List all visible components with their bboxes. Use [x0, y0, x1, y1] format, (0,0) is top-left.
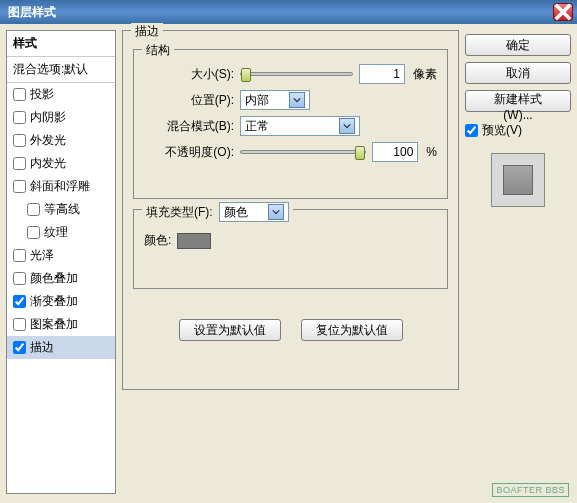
sidebar-checkbox-10[interactable] — [13, 318, 26, 331]
reset-default-button[interactable]: 复位为默认值 — [301, 319, 403, 341]
size-unit: 像素 — [413, 66, 437, 83]
sidebar-checkbox-0[interactable] — [13, 88, 26, 101]
ok-button[interactable]: 确定 — [465, 34, 571, 56]
sidebar-item-10[interactable]: 图案叠加 — [7, 313, 115, 336]
blendmode-value: 正常 — [245, 118, 335, 135]
position-select[interactable]: 内部 — [240, 90, 310, 110]
close-icon — [554, 3, 572, 21]
cancel-button[interactable]: 取消 — [465, 62, 571, 84]
color-label: 颜色: — [144, 232, 171, 249]
blendmode-row: 混合模式(B): 正常 — [144, 116, 437, 136]
sidebar-item-1[interactable]: 内阴影 — [7, 106, 115, 129]
size-row: 大小(S): 像素 — [144, 64, 437, 84]
sidebar-checkbox-4[interactable] — [13, 180, 26, 193]
sidebar-header: 样式 — [7, 31, 115, 57]
sidebar-item-label: 投影 — [30, 86, 54, 103]
sidebar-checkbox-8[interactable] — [13, 272, 26, 285]
set-default-button[interactable]: 设置为默认值 — [179, 319, 281, 341]
filltype-group: 填充类型(F): 颜色 颜色: — [133, 209, 448, 289]
sidebar-item-label: 等高线 — [44, 201, 80, 218]
sidebar-item-0[interactable]: 投影 — [7, 83, 115, 106]
styles-sidebar: 样式 混合选项:默认 投影内阴影外发光内发光斜面和浮雕等高线纹理光泽颜色叠加渐变… — [6, 30, 116, 494]
filltype-select[interactable]: 颜色 — [219, 202, 289, 222]
sidebar-item-11[interactable]: 描边 — [7, 336, 115, 359]
size-input[interactable] — [359, 64, 405, 84]
sidebar-item-label: 纹理 — [44, 224, 68, 241]
sidebar-item-label: 图案叠加 — [30, 316, 78, 333]
sidebar-item-label: 内发光 — [30, 155, 66, 172]
sidebar-checkbox-3[interactable] — [13, 157, 26, 170]
sidebar-item-label: 渐变叠加 — [30, 293, 78, 310]
new-style-button[interactable]: 新建样式(W)... — [465, 90, 571, 112]
blendmode-label: 混合模式(B): — [144, 118, 234, 135]
sidebar-checkbox-11[interactable] — [13, 341, 26, 354]
watermark: BOAFTER BBS — [492, 483, 569, 497]
size-slider[interactable] — [240, 72, 353, 76]
default-buttons: 设置为默认值 复位为默认值 — [133, 319, 448, 341]
close-button[interactable] — [553, 3, 573, 21]
sidebar-item-label: 外发光 — [30, 132, 66, 149]
chevron-down-icon — [339, 118, 355, 134]
preview-label: 预览(V) — [482, 122, 522, 139]
size-label: 大小(S): — [144, 66, 234, 83]
sidebar-checkbox-5[interactable] — [27, 203, 40, 216]
opacity-slider[interactable] — [240, 150, 366, 154]
sidebar-item-3[interactable]: 内发光 — [7, 152, 115, 175]
opacity-label: 不透明度(O): — [144, 144, 234, 161]
stroke-group: 描边 结构 大小(S): 像素 位置(P): 内部 混 — [122, 30, 459, 390]
color-row: 颜色: — [144, 232, 437, 249]
window-title: 图层样式 — [4, 4, 553, 21]
chevron-down-icon — [289, 92, 305, 108]
preview-checkbox[interactable] — [465, 124, 478, 137]
sidebar-item-7[interactable]: 光泽 — [7, 244, 115, 267]
sidebar-checkbox-2[interactable] — [13, 134, 26, 147]
settings-panel: 描边 结构 大小(S): 像素 位置(P): 内部 混 — [122, 30, 459, 494]
sidebar-item-label: 内阴影 — [30, 109, 66, 126]
sidebar-item-9[interactable]: 渐变叠加 — [7, 290, 115, 313]
sidebar-blend-options[interactable]: 混合选项:默认 — [7, 57, 115, 83]
preview-swatch — [503, 165, 533, 195]
sidebar-checkbox-1[interactable] — [13, 111, 26, 124]
sidebar-checkbox-9[interactable] — [13, 295, 26, 308]
dialog-content: 样式 混合选项:默认 投影内阴影外发光内发光斜面和浮雕等高线纹理光泽颜色叠加渐变… — [0, 24, 577, 500]
filltype-inline: 填充类型(F): 颜色 — [142, 202, 293, 222]
position-row: 位置(P): 内部 — [144, 90, 437, 110]
opacity-unit: % — [426, 145, 437, 159]
sidebar-item-label: 颜色叠加 — [30, 270, 78, 287]
sidebar-item-label: 光泽 — [30, 247, 54, 264]
blendmode-select[interactable]: 正常 — [240, 116, 360, 136]
titlebar: 图层样式 — [0, 0, 577, 24]
sidebar-item-label: 斜面和浮雕 — [30, 178, 90, 195]
position-value: 内部 — [245, 92, 285, 109]
filltype-label: 填充类型(F): — [146, 204, 213, 221]
sidebar-item-4[interactable]: 斜面和浮雕 — [7, 175, 115, 198]
sidebar-item-2[interactable]: 外发光 — [7, 129, 115, 152]
filltype-value: 颜色 — [224, 204, 264, 221]
opacity-row: 不透明度(O): % — [144, 142, 437, 162]
preview-box — [491, 153, 545, 207]
stroke-group-label: 描边 — [131, 23, 163, 40]
right-panel: 确定 取消 新建样式(W)... 预览(V) — [465, 30, 571, 494]
position-label: 位置(P): — [144, 92, 234, 109]
chevron-down-icon — [268, 204, 284, 220]
opacity-input[interactable] — [372, 142, 418, 162]
structure-label: 结构 — [142, 42, 174, 59]
preview-row: 预览(V) — [465, 122, 571, 139]
structure-group: 结构 大小(S): 像素 位置(P): 内部 混合模式(B): — [133, 49, 448, 199]
sidebar-item-5[interactable]: 等高线 — [7, 198, 115, 221]
sidebar-item-label: 描边 — [30, 339, 54, 356]
sidebar-item-6[interactable]: 纹理 — [7, 221, 115, 244]
sidebar-checkbox-7[interactable] — [13, 249, 26, 262]
sidebar-checkbox-6[interactable] — [27, 226, 40, 239]
sidebar-item-8[interactable]: 颜色叠加 — [7, 267, 115, 290]
color-swatch[interactable] — [177, 233, 211, 249]
